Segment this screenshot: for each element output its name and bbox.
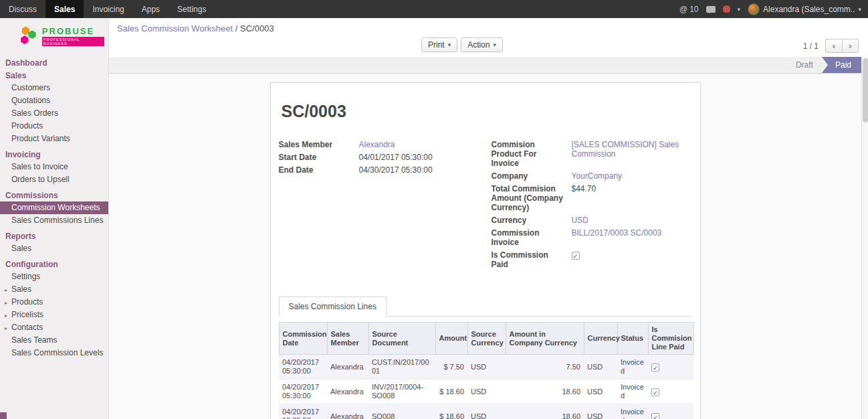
cell-sales-member: Alexandra bbox=[327, 380, 368, 404]
activity-counter[interactable]: @ 10 bbox=[679, 5, 699, 14]
field-groups: Sales Member Alexandra Start Date 04/01/… bbox=[279, 140, 692, 272]
user-menu[interactable]: Alexandra (Sales_comm.. ▾ bbox=[748, 3, 861, 15]
sidebar-section-configuration: Configuration Settings ▸ Sales ▸ Product… bbox=[0, 258, 108, 359]
sales-member-link[interactable]: Alexandra bbox=[359, 140, 479, 149]
cell-commission-date: 04/20/2017 10:35:53 bbox=[279, 404, 327, 419]
commission-product-link[interactable]: [SALES COMMISSION] Sales Commission bbox=[572, 140, 692, 168]
sidebar-item-label: Contacts bbox=[11, 323, 43, 332]
cell-source-document: SO008 bbox=[368, 404, 435, 419]
is-commission-paid-checkbox[interactable]: ✓ bbox=[572, 252, 580, 260]
sidebar-item-label: Sales bbox=[11, 284, 31, 294]
sidebar-heading-reports[interactable]: Reports bbox=[0, 230, 108, 242]
status-stage-draft[interactable]: Draft bbox=[787, 57, 822, 73]
sidebar-item-orders-to-upsell[interactable]: Orders to Upsell bbox=[0, 173, 108, 186]
sidebar-item-sales-to-invoice[interactable]: Sales to Invoice bbox=[0, 161, 108, 173]
field-label: Sales Member bbox=[279, 140, 359, 149]
table-row[interactable]: 04/20/2017 05:30:00 Alexandra INV/2017/0… bbox=[279, 380, 693, 404]
sidebar-item-dashboard[interactable]: Dashboard bbox=[0, 56, 108, 69]
scrollbar-thumb[interactable] bbox=[863, 58, 868, 122]
col-amount[interactable]: Amount bbox=[435, 323, 467, 355]
line-paid-checkbox[interactable]: ✓ bbox=[651, 388, 659, 396]
sidebar-heading-configuration[interactable]: Configuration bbox=[0, 258, 108, 270]
sidebar-item-reports-sales[interactable]: Sales bbox=[0, 242, 108, 255]
commission-lines-table: Commission Date Sales Member Source Docu… bbox=[279, 322, 694, 419]
sidebar-heading-invoicing[interactable]: Invoicing bbox=[0, 148, 108, 161]
sidebar-item-commission-worksheets[interactable]: Commission Worksheets bbox=[0, 201, 108, 214]
sidebar-item-sales-teams[interactable]: Sales Teams bbox=[0, 334, 108, 347]
pager-previous-button[interactable]: ‹ bbox=[825, 39, 842, 53]
sidebar-item-products[interactable]: Products bbox=[0, 120, 108, 133]
table-row[interactable]: 04/20/2017 10:35:53 Alexandra SO008 $ 18… bbox=[279, 404, 693, 419]
col-commission-date[interactable]: Commission Date bbox=[279, 323, 327, 355]
sidebar-item-sales-orders[interactable]: Sales Orders bbox=[0, 107, 108, 120]
debug-icon[interactable] bbox=[723, 5, 730, 13]
col-source-document[interactable]: Source Document bbox=[368, 323, 435, 355]
field-sales-member: Sales Member Alexandra bbox=[279, 140, 479, 149]
vertical-scrollbar[interactable] bbox=[861, 57, 868, 419]
sidebar-item-contacts[interactable]: ▸ Contacts bbox=[0, 321, 108, 334]
col-source-currency[interactable]: Source Currency bbox=[467, 323, 506, 355]
col-currency[interactable]: Currency bbox=[584, 323, 617, 355]
menu-apps[interactable]: Apps bbox=[133, 0, 169, 18]
menu-discuss[interactable]: Discuss bbox=[0, 0, 45, 18]
action-button[interactable]: Action ▾ bbox=[461, 37, 503, 52]
activity-count: 10 bbox=[689, 5, 698, 14]
field-is-commission-paid: Is Commission Paid ✓ bbox=[492, 250, 692, 269]
pager-next-button[interactable]: › bbox=[842, 39, 859, 53]
sidebar-item-customers[interactable]: Customers bbox=[0, 82, 108, 94]
field-start-date: Start Date 04/01/2017 05:30:00 bbox=[279, 153, 479, 162]
chevron-down-icon: ▾ bbox=[738, 6, 741, 13]
tab-sales-commission-lines[interactable]: Sales Commission Lines bbox=[279, 297, 387, 317]
cell-company-amount: 18.60 bbox=[506, 380, 584, 404]
cell-sales-member: Alexandra bbox=[327, 355, 368, 380]
sidebar-item-quotations[interactable]: Quotations bbox=[0, 94, 108, 107]
sidebar-item-sales-commission-levels[interactable]: Sales Commission Levels bbox=[0, 347, 108, 359]
sidebar-item-product-variants[interactable]: Product Variants bbox=[0, 133, 108, 145]
logo-text: PROBUSE PROFESSIONAL BUSINESS bbox=[42, 26, 104, 47]
logo-hexagons-icon bbox=[19, 24, 38, 48]
status-stage-paid[interactable]: Paid bbox=[822, 57, 861, 73]
field-label: End Date bbox=[279, 165, 359, 175]
field-group-left: Sales Member Alexandra Start Date 04/01/… bbox=[279, 140, 479, 272]
menu-sales[interactable]: Sales bbox=[45, 0, 84, 18]
caret-right-icon: ▸ bbox=[5, 311, 7, 321]
col-is-commission-line-paid[interactable]: Is Commision Line Paid bbox=[648, 323, 693, 355]
pager: 1 / 1 ‹ › bbox=[803, 39, 859, 53]
sidebar-item-settings[interactable]: Settings bbox=[0, 270, 108, 283]
menu-settings[interactable]: Settings bbox=[169, 0, 215, 18]
cell-source-currency: USD bbox=[467, 404, 506, 419]
col-sales-member[interactable]: Sales Member bbox=[327, 323, 368, 355]
breadcrumb-parent-link[interactable]: Sales Commission Worksheet bbox=[117, 23, 233, 33]
table-row[interactable]: 04/20/2017 05:30:00 Alexandra CUST.IN/20… bbox=[279, 355, 693, 380]
line-paid-checkbox[interactable]: ✓ bbox=[651, 363, 659, 371]
action-buttons: Print ▾ Action ▾ bbox=[421, 37, 503, 52]
chevron-down-icon: ▾ bbox=[858, 6, 861, 13]
col-amount-company-currency[interactable]: Amount in Company Currency bbox=[506, 323, 584, 355]
caret-right-icon: ▸ bbox=[5, 285, 7, 295]
sidebar-item-config-sales[interactable]: ▸ Sales bbox=[0, 283, 108, 296]
sidebar-heading-commissions[interactable]: Commissions bbox=[0, 189, 108, 201]
sidebar-heading-sales[interactable]: Sales bbox=[0, 69, 108, 82]
start-date-value: 04/01/2017 05:30:00 bbox=[359, 153, 479, 162]
cell-status: Invoiced bbox=[617, 404, 648, 419]
sidebar-section-reports: Reports Sales bbox=[0, 230, 108, 255]
sidebar-item-pricelists[interactable]: ▸ Pricelists bbox=[0, 309, 108, 321]
cell-currency: USD bbox=[584, 404, 617, 419]
sidebar-section-sales: Sales Customers Quotations Sales Orders … bbox=[0, 69, 108, 145]
pager-counter: 1 / 1 bbox=[803, 41, 819, 51]
messages-icon[interactable] bbox=[706, 6, 716, 13]
company-link[interactable]: YourCompany bbox=[572, 171, 692, 181]
field-company: Company YourCompany bbox=[492, 171, 692, 181]
sidebar-item-sales-commissions-lines[interactable]: Sales Commissions Lines bbox=[0, 214, 108, 227]
top-menu-bar: Discuss Sales Invoicing Apps Settings bbox=[0, 0, 215, 18]
commission-invoice-link[interactable]: BILL/2017/0003 SC/0003 bbox=[572, 228, 692, 247]
col-status[interactable]: Status bbox=[617, 323, 648, 355]
line-paid-checkbox[interactable]: ✓ bbox=[651, 413, 659, 419]
currency-link[interactable]: USD bbox=[572, 216, 692, 225]
sidebar-item-config-products[interactable]: ▸ Products bbox=[0, 296, 108, 309]
menu-invoicing[interactable]: Invoicing bbox=[84, 0, 132, 18]
print-button[interactable]: Print ▾ bbox=[421, 37, 457, 52]
breadcrumb-current: SC/0003 bbox=[240, 23, 274, 33]
cell-source-document: CUST.IN/2017/0001 bbox=[368, 355, 435, 380]
cell-company-amount: 18.60 bbox=[506, 404, 584, 419]
